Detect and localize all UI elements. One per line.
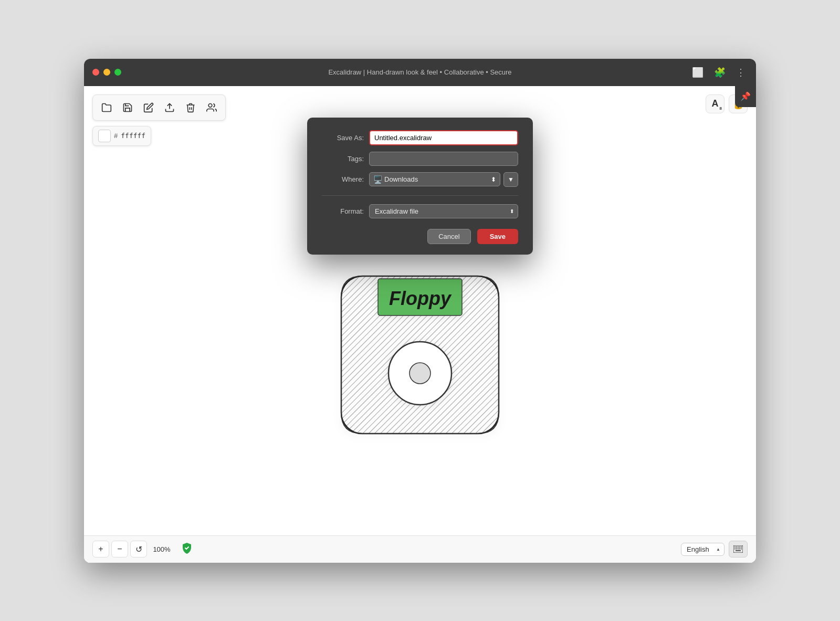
maximize-button[interactable] — [114, 69, 121, 76]
more-options-icon[interactable]: ⋮ — [734, 65, 748, 80]
save-as-input[interactable] — [369, 130, 518, 145]
save-button[interactable]: Save — [477, 229, 518, 244]
tags-input[interactable] — [369, 152, 518, 166]
where-folder-icon: 🖥️ — [373, 175, 382, 184]
save-as-label: Save As: — [322, 134, 364, 142]
where-row: Where: 🖥️ Downloads ⬍ ▼ — [322, 172, 518, 187]
traffic-lights — [92, 69, 121, 76]
tags-row: Tags: — [322, 152, 518, 166]
dialog-buttons: Cancel Save — [322, 229, 518, 244]
share-icon[interactable]: ⬜ — [690, 65, 706, 80]
format-select-wrapper: Excalidraw file PNG SVG ⬍ — [369, 204, 518, 218]
cancel-button[interactable]: Cancel — [427, 229, 470, 244]
main-canvas-area: # ffffff A 8 🔓 📌 — [84, 86, 756, 563]
where-wrapper: 🖥️ Downloads ⬍ ▼ — [369, 172, 518, 187]
tags-label: Tags: — [322, 155, 364, 163]
titlebar: Excalidraw | Hand-drawn look & feel • Co… — [84, 59, 756, 86]
where-expand-button[interactable]: ▼ — [503, 172, 518, 187]
where-select-wrapper: 🖥️ Downloads ⬍ — [369, 172, 500, 186]
dialog-divider — [322, 195, 518, 196]
extensions-icon[interactable]: 🧩 — [712, 65, 728, 80]
app-window: Excalidraw | Hand-drawn look & feel • Co… — [84, 59, 756, 563]
format-select[interactable]: Excalidraw file PNG SVG — [369, 204, 518, 218]
format-row: Format: Excalidraw file PNG SVG ⬍ — [322, 204, 518, 218]
close-button[interactable] — [92, 69, 99, 76]
titlebar-actions: ⬜ 🧩 ⋮ — [690, 65, 748, 80]
where-select[interactable]: Downloads — [369, 172, 500, 186]
where-label: Where: — [322, 175, 364, 183]
dialog-overlay: Save As: Tags: Where: 🖥️ Downloa — [84, 86, 756, 563]
save-as-row: Save As: — [322, 130, 518, 145]
window-title: Excalidraw | Hand-drawn look & feel • Co… — [328, 68, 511, 76]
minimize-button[interactable] — [103, 69, 110, 76]
format-label: Format: — [322, 207, 364, 215]
save-dialog: Save As: Tags: Where: 🖥️ Downloa — [307, 118, 533, 255]
